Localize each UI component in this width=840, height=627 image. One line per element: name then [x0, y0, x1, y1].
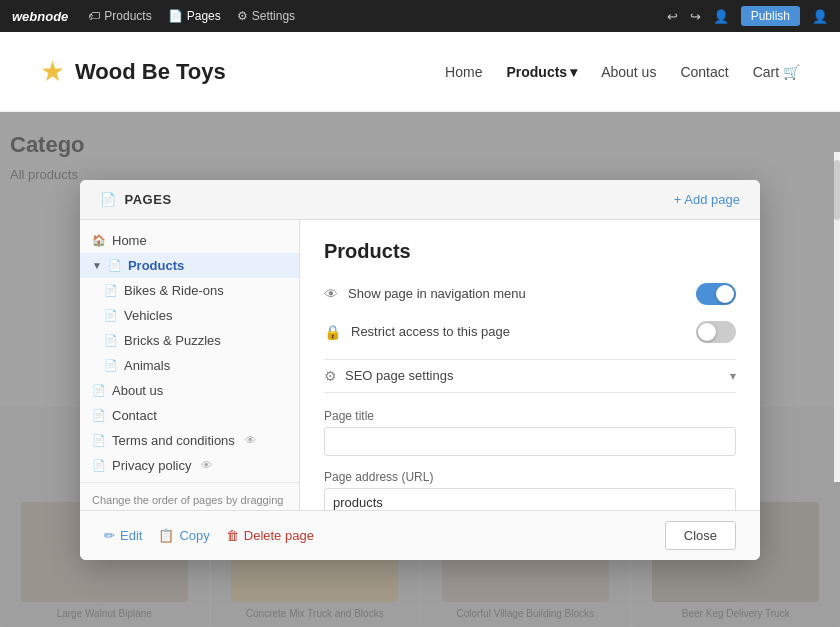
- page-address-label: Page address (URL): [324, 470, 736, 484]
- pages-main: Products 👁 Show page in navigation menu …: [300, 220, 760, 510]
- page-address-input[interactable]: [324, 488, 736, 510]
- sidebar-footer: Change the order of pages by dragging a …: [80, 482, 299, 510]
- site-nav: Home Products ▾ About us Contact Cart 🛒: [445, 64, 800, 80]
- seo-section: ⚙ SEO page settings ▾ Page title Page ad…: [324, 359, 736, 510]
- eye-setting-icon: 👁: [324, 286, 338, 302]
- page-item-terms[interactable]: 📄 Terms and conditions 👁: [80, 428, 299, 453]
- pages-nav-icon: 📄: [168, 9, 183, 23]
- modal-title: 📄 PAGES: [100, 192, 172, 207]
- top-bar-nav: 🏷 Products 📄 Pages ⚙ Settings: [88, 9, 646, 23]
- modal-footer: ✏ Edit 📋 Copy 🗑 Delete page Close: [80, 510, 760, 560]
- restrict-access-row: 🔒 Restrict access to this page: [324, 321, 736, 343]
- site-nav-contact[interactable]: Contact: [680, 64, 728, 80]
- page-item-bikes[interactable]: 📄 Bikes & Ride-ons: [80, 278, 299, 303]
- home-page-icon: 🏠: [92, 234, 106, 247]
- restrict-access-label: Restrict access to this page: [351, 324, 686, 339]
- delete-icon: 🗑: [226, 528, 239, 543]
- add-page-button[interactable]: + Add page: [674, 192, 740, 207]
- site-nav-about[interactable]: About us: [601, 64, 656, 80]
- site-header: ★ Wood Be Toys Home Products ▾ About us …: [0, 32, 840, 112]
- contact-page-icon: 📄: [92, 409, 106, 422]
- page-item-contact[interactable]: 📄 Contact: [80, 403, 299, 428]
- nav-settings[interactable]: ⚙ Settings: [237, 9, 295, 23]
- terms-page-icon: 📄: [92, 434, 106, 447]
- expand-arrow-icon: ▼: [92, 260, 102, 271]
- close-button[interactable]: Close: [665, 521, 736, 550]
- content-area: Catego All products Large Walnut Biplane…: [0, 112, 840, 627]
- chevron-down-icon: ▾: [570, 64, 577, 80]
- vehicles-page-icon: 📄: [104, 309, 118, 322]
- privacy-page-icon: 📄: [92, 459, 106, 472]
- page-title-label: Page title: [324, 409, 736, 423]
- user-icon: 👤: [713, 9, 729, 24]
- publish-button[interactable]: Publish: [741, 6, 800, 26]
- page-title-group: Page title: [324, 409, 736, 456]
- modal-header: 📄 PAGES + Add page: [80, 180, 760, 220]
- seo-icon: ⚙: [324, 368, 337, 384]
- site-nav-cart[interactable]: Cart 🛒: [753, 64, 800, 80]
- edit-button[interactable]: ✏ Edit: [104, 528, 142, 543]
- page-item-bricks[interactable]: 📄 Bricks & Puzzles: [80, 328, 299, 353]
- pages-sidebar: 🏠 Home ▼ 📄 Products 📄 Bikes & Ride-ons: [80, 220, 300, 510]
- toggle-knob: [716, 285, 734, 303]
- edit-icon: ✏: [104, 528, 115, 543]
- site-logo: ★ Wood Be Toys: [40, 55, 445, 88]
- pages-main-scroll: Products 👁 Show page in navigation menu …: [300, 220, 760, 510]
- page-address-group: Page address (URL): [324, 470, 736, 510]
- pages-icon: 📄: [100, 192, 117, 207]
- nav-pages[interactable]: 📄 Pages: [168, 9, 221, 23]
- account-icon[interactable]: 👤: [812, 9, 828, 24]
- site-nav-home[interactable]: Home: [445, 64, 482, 80]
- modal-overlay: 📄 PAGES + Add page 🏠 Home ▼: [0, 112, 840, 627]
- top-bar-right: ↩ ↪ 👤 Publish 👤: [667, 6, 828, 26]
- cart-icon: 🛒: [783, 64, 800, 80]
- eye-icon-terms: 👁: [245, 434, 256, 446]
- restrict-toggle-knob: [698, 323, 716, 341]
- main-page-title: Products: [324, 240, 736, 263]
- logo-star: ★: [40, 55, 65, 88]
- page-item-home[interactable]: 🏠 Home: [80, 228, 299, 253]
- bricks-page-icon: 📄: [104, 334, 118, 347]
- show-in-nav-toggle[interactable]: [696, 283, 736, 305]
- seo-title: SEO page settings: [345, 368, 722, 383]
- page-item-animals[interactable]: 📄 Animals: [80, 353, 299, 378]
- webnode-logo: webnode: [12, 9, 68, 24]
- delete-button[interactable]: 🗑 Delete page: [226, 528, 314, 543]
- bikes-page-icon: 📄: [104, 284, 118, 297]
- products-nav-icon: 🏷: [88, 9, 100, 23]
- undo-button[interactable]: ↩: [667, 9, 678, 24]
- show-in-nav-row: 👁 Show page in navigation menu: [324, 283, 736, 305]
- logo-text: Wood Be Toys: [75, 59, 226, 85]
- seo-chevron-icon: ▾: [730, 369, 736, 383]
- about-page-icon: 📄: [92, 384, 106, 397]
- pages-modal: 📄 PAGES + Add page 🏠 Home ▼: [80, 180, 760, 560]
- eye-icon-privacy: 👁: [201, 459, 212, 471]
- page-item-vehicles[interactable]: 📄 Vehicles: [80, 303, 299, 328]
- modal-body: 🏠 Home ▼ 📄 Products 📄 Bikes & Ride-ons: [80, 220, 760, 510]
- site-nav-products[interactable]: Products ▾: [506, 64, 577, 80]
- page-item-products[interactable]: ▼ 📄 Products: [80, 253, 299, 278]
- seo-header[interactable]: ⚙ SEO page settings ▾: [324, 359, 736, 393]
- lock-setting-icon: 🔒: [324, 324, 341, 340]
- page-title-input[interactable]: [324, 427, 736, 456]
- nav-products[interactable]: 🏷 Products: [88, 9, 151, 23]
- settings-nav-icon: ⚙: [237, 9, 248, 23]
- redo-button[interactable]: ↪: [690, 9, 701, 24]
- copy-icon: 📋: [158, 528, 174, 543]
- animals-page-icon: 📄: [104, 359, 118, 372]
- page-item-privacy[interactable]: 📄 Privacy policy 👁: [80, 453, 299, 478]
- restrict-access-toggle[interactable]: [696, 321, 736, 343]
- page-item-about[interactable]: 📄 About us: [80, 378, 299, 403]
- top-bar: webnode 🏷 Products 📄 Pages ⚙ Settings ↩ …: [0, 0, 840, 32]
- page-icon-products: 📄: [108, 259, 122, 272]
- show-in-nav-label: Show page in navigation menu: [348, 286, 686, 301]
- copy-button[interactable]: 📋 Copy: [158, 528, 209, 543]
